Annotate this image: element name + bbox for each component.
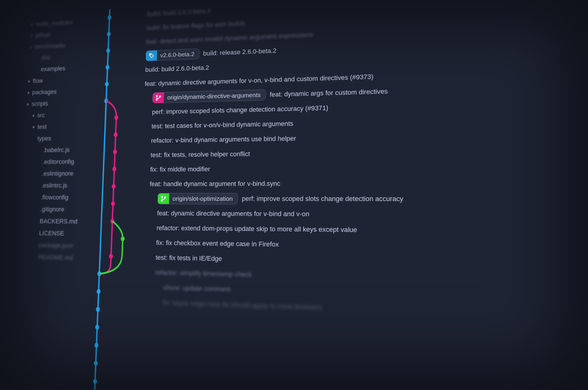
commit-message: feat: dynamic directive arguments for v-…: [157, 210, 309, 218]
caret-icon: [37, 161, 40, 164]
tree-item[interactable]: BACKERS.md: [19, 215, 91, 228]
commit-message: test: test cases for v-on/v-bind dynamic…: [151, 120, 293, 130]
tree-item[interactable]: .eslintrc.js: [20, 180, 92, 192]
caret-icon: [34, 220, 37, 223]
tree-item-label: flow: [33, 77, 43, 84]
caret-icon: [36, 172, 39, 176]
tree-item[interactable]: src: [24, 108, 95, 121]
caret-icon: [30, 46, 32, 49]
svg-point-13: [93, 379, 97, 384]
commit-message: feat: handle dynamic argument for v-bind…: [150, 180, 280, 188]
commit-message: feat: dynamic args for custom directives: [270, 87, 388, 98]
commit-message: build: build 2.6.0-beta.3: [147, 7, 211, 18]
commit-message: refactor: v-bind dynamic arguments use b…: [151, 135, 296, 144]
branch-chip[interactable]: v2.6.0-beta.2: [146, 48, 199, 61]
svg-point-26: [159, 96, 161, 97]
svg-point-21: [109, 254, 113, 259]
commit-message: chore: update comment: [163, 284, 230, 293]
tree-item-label: node_modules: [36, 19, 73, 28]
svg-point-5: [105, 82, 109, 87]
tree-item-label: .editorconfig: [42, 158, 74, 166]
commit-message: build: fix feature flags for esm builds: [147, 20, 245, 32]
svg-point-22: [121, 236, 125, 241]
tree-item-label: src: [37, 112, 45, 119]
tree-item[interactable]: .babelrc.js: [22, 144, 94, 156]
commit-message: refactor: extend dom-props update skip t…: [156, 224, 357, 234]
svg-point-11: [94, 343, 98, 348]
tree-item[interactable]: .flowconfig: [20, 191, 92, 203]
tree-item-label: .eslintrc.js: [41, 182, 67, 189]
svg-point-3: [106, 48, 110, 53]
svg-point-19: [111, 201, 115, 206]
svg-point-29: [164, 197, 166, 198]
svg-point-12: [94, 361, 98, 366]
commit-message: refactor: simplify timestamp check: [155, 269, 252, 279]
commit-message: perf: improve scoped slots change detect…: [242, 195, 403, 203]
commit-message: fix: fix middle modifier: [150, 165, 210, 173]
tree-item[interactable]: scripts: [24, 97, 96, 110]
tree-item-label: test: [37, 123, 47, 131]
caret-icon: [28, 92, 30, 94]
commit-message: fix: async edge case fix should apply to…: [163, 299, 322, 312]
caret-icon: [36, 184, 39, 188]
caret-icon: [32, 137, 35, 140]
caret-icon: [27, 103, 29, 106]
tree-item-label: package.json: [39, 241, 74, 249]
svg-point-27: [161, 196, 163, 198]
caret-icon: [37, 149, 41, 152]
svg-point-24: [156, 95, 157, 97]
svg-point-25: [156, 99, 157, 100]
branch-chip-label: origin/slot-optimization: [169, 195, 238, 202]
svg-point-17: [112, 167, 116, 172]
tree-item-label: examples: [41, 65, 65, 73]
tree-item[interactable]: .gitignore: [19, 203, 91, 216]
tree-item[interactable]: .editorconfig: [21, 155, 93, 168]
commit-list: build: build 2.6.0-beta.3build: fix feat…: [131, 0, 588, 390]
tree-item-label: packages: [32, 88, 57, 96]
commit-message: build: build 2.6.0-beta.2: [145, 64, 209, 74]
tree-item-label: benchmarks: [34, 42, 66, 50]
tree-item[interactable]: LICENSE: [18, 227, 90, 240]
svg-point-4: [106, 65, 109, 70]
tree-item[interactable]: README.md: [17, 251, 89, 264]
branch-icon: [158, 193, 169, 204]
svg-point-28: [161, 200, 163, 201]
commit-row[interactable]: feat: handle dynamic argument for v-bind…: [141, 174, 588, 191]
commit-message: fix: fix checkbox event edge case in Fir…: [156, 239, 279, 248]
caret-icon: [31, 23, 33, 26]
tree-item[interactable]: .eslintignore: [21, 167, 93, 180]
tree-item-label: types: [37, 135, 51, 142]
commit-row[interactable]: origin/slot-optimizationperf: improve sc…: [141, 191, 588, 207]
tree-item[interactable]: packages: [25, 85, 96, 99]
caret-icon: [33, 244, 36, 247]
commit-message: test: fix tests, resolve helper conflict: [151, 150, 250, 159]
caret-icon: [28, 80, 30, 83]
tree-item-label: scripts: [31, 100, 48, 108]
tree-item[interactable]: types: [23, 132, 94, 145]
tree-item-label: .babelrc.js: [43, 146, 70, 154]
branch-icon: [153, 92, 164, 103]
branch-chip[interactable]: origin/slot-optimization: [157, 193, 238, 205]
tree-item[interactable]: package.json: [17, 239, 90, 252]
tag-icon: [146, 50, 157, 61]
caret-icon: [33, 232, 36, 235]
caret-icon: [33, 114, 35, 117]
branch-chip-label: v2.6.0-beta.2: [157, 50, 199, 59]
caret-icon: [34, 208, 38, 211]
commit-message: perf: improve scoped slots change detect…: [152, 104, 328, 116]
svg-point-1: [108, 15, 111, 20]
caret-icon: [32, 126, 35, 128]
caret-icon: [32, 256, 35, 259]
tree-item-label: dist: [41, 54, 50, 61]
svg-point-14: [114, 115, 118, 120]
svg-point-23: [150, 54, 151, 55]
branch-chip[interactable]: origin/dynamic-directive-arguments: [152, 89, 266, 103]
commit-message: build: release 2.6.0-beta.2: [203, 47, 277, 57]
svg-point-15: [114, 132, 118, 137]
file-tree-sidebar: node_modulesgithubbenchmarksdistexamples…: [5, 10, 102, 390]
tree-item-label: .eslintignore: [42, 170, 74, 177]
tree-item-label: .gitignore: [40, 206, 64, 213]
tree-item[interactable]: test: [23, 120, 95, 133]
branch-chip-label: origin/dynamic-directive-arguments: [164, 91, 265, 101]
svg-point-18: [112, 184, 116, 189]
